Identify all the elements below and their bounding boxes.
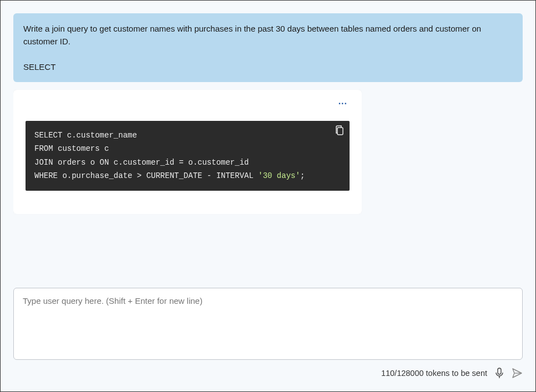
response-header: ···: [26, 100, 350, 121]
svg-rect-0: [337, 128, 343, 135]
microphone-button[interactable]: [495, 368, 504, 379]
query-input[interactable]: [13, 288, 523, 360]
status-bar: 110/128000 tokens to be sent: [13, 362, 523, 379]
code-line-2: FROM customers c: [34, 142, 341, 156]
user-code-prefix: SELECT: [23, 60, 513, 73]
svg-rect-1: [498, 368, 501, 374]
send-button[interactable]: [512, 368, 523, 379]
user-prompt-text: Write a join query to get customer names…: [23, 22, 513, 48]
code-block: SELECT c.customer_name FROM customers c …: [26, 121, 350, 191]
token-count-text: 110/128000 tokens to be sent: [381, 369, 487, 378]
microphone-icon: [495, 368, 504, 379]
copy-icon: [335, 125, 344, 135]
code-line-1: SELECT c.customer_name: [34, 129, 341, 142]
response-card: ··· SELECT c.customer_name FROM customer…: [13, 90, 362, 214]
code-line-3: JOIN orders o ON c.customer_id = o.custo…: [34, 156, 341, 170]
user-message: Write a join query to get customer names…: [13, 13, 523, 82]
chat-container: Write a join query to get customer names…: [1, 1, 535, 391]
send-icon: [512, 368, 523, 379]
conversation-area: Write a join query to get customer names…: [13, 13, 523, 280]
more-options-button[interactable]: ···: [338, 99, 347, 109]
code-line-4: WHERE o.purchase_date > CURRENT_DATE - I…: [34, 169, 341, 183]
input-section: 110/128000 tokens to be sent: [13, 288, 523, 379]
copy-button[interactable]: [335, 125, 344, 140]
